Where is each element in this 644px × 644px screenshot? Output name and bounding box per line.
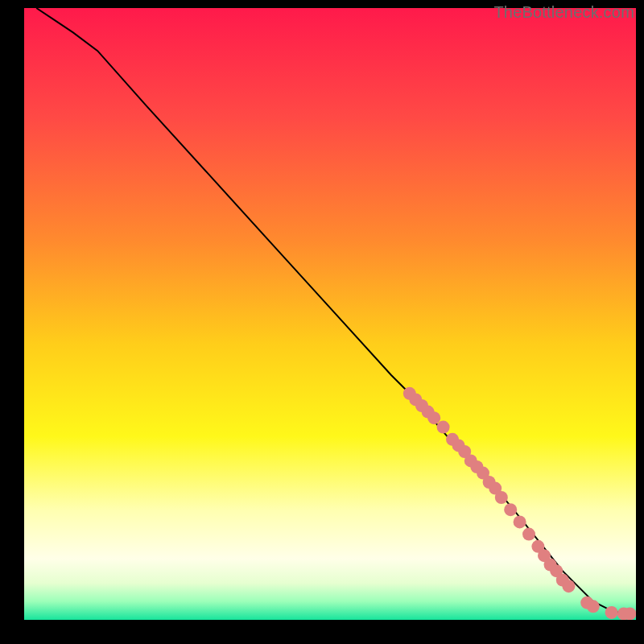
svg-rect-0 xyxy=(24,8,636,620)
chart-stage: TheBottleneck.com xyxy=(0,0,644,644)
background-gradient xyxy=(24,8,636,620)
plot-area: TheBottleneck.com xyxy=(24,8,636,620)
watermark-text: TheBottleneck.com xyxy=(493,3,634,22)
